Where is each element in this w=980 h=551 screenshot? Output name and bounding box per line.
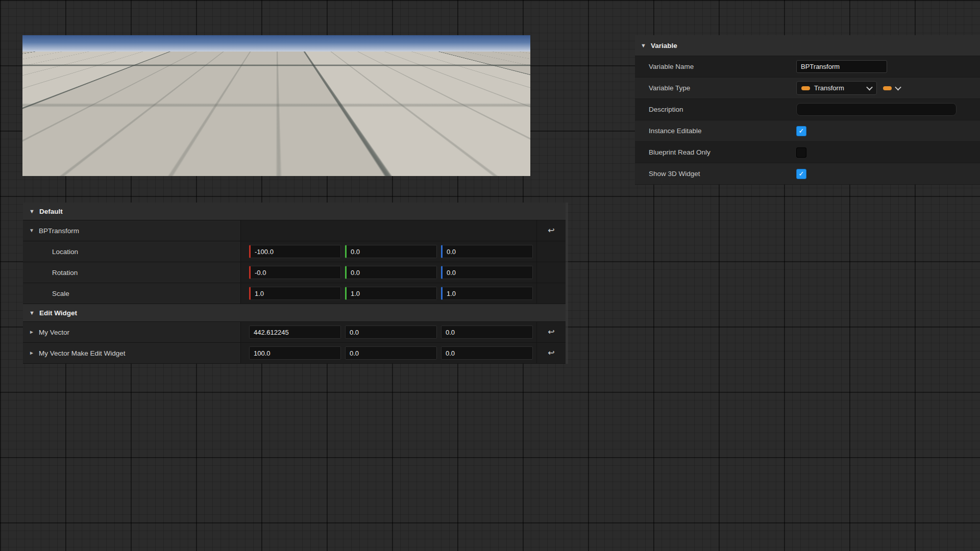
expand-arrow-icon[interactable]: ►	[29, 330, 34, 335]
location-x-input[interactable]	[249, 245, 341, 258]
my-vector-row: ► My Vector ↩	[23, 322, 566, 343]
blueprint-editor-canvas: { "icons": { "tri_down": "▼", "tri_right…	[0, 0, 980, 551]
my-vector-mew-x-input[interactable]	[249, 346, 341, 360]
location-row: Location	[23, 241, 566, 262]
edit-widget-category-header[interactable]: ▼ Edit Widget	[23, 304, 566, 322]
bptransform-property-labelcell[interactable]: ▼ BPTransform	[23, 220, 240, 241]
scale-z-input[interactable]	[441, 287, 533, 300]
description-label: Description	[635, 106, 796, 113]
bptransform-property-label: BPTransform	[39, 227, 79, 235]
reset-to-default-button[interactable]: ↩	[548, 227, 554, 235]
edit-widget-category-title: Edit Widget	[39, 309, 77, 317]
default-category-title: Default	[39, 208, 63, 215]
show-3d-widget-label: Show 3D Widget	[635, 170, 796, 178]
collapse-arrow-icon: ▼	[29, 310, 35, 316]
my-vector-make-edit-widget-label: My Vector Make Edit Widget	[39, 349, 126, 357]
variable-type-dropdown[interactable]: Transform	[796, 81, 877, 95]
expand-arrow-icon[interactable]: ▼	[29, 228, 34, 233]
reset-to-default-button[interactable]: ↩	[548, 349, 554, 357]
reset-to-default-button[interactable]: ↩	[548, 328, 554, 336]
bptransform-widget-wireframe[interactable]	[92, 102, 131, 145]
my-vector-labelcell[interactable]: ► My Vector	[23, 322, 240, 342]
gizmo-z-arrowhead	[266, 82, 272, 90]
defaults-details-panel: ▼ Default ▼ BPTransform ↩ Location Rotat…	[23, 203, 568, 364]
collapse-arrow-icon: ▼	[641, 43, 646, 48]
show-3d-widget-row: Show 3D Widget ✓	[635, 163, 980, 185]
container-type-selector[interactable]	[883, 86, 900, 90]
my-vector-label: My Vector	[39, 329, 69, 336]
chevron-down-icon	[866, 84, 873, 91]
rotation-label: Rotation	[23, 262, 240, 283]
blueprint-read-only-label: Blueprint Read Only	[635, 148, 796, 156]
instance-editable-checkbox[interactable]: ✓	[796, 126, 806, 136]
expand-arrow-icon[interactable]: ►	[29, 350, 34, 356]
variable-type-value: Transform	[814, 84, 863, 92]
location-label: Location	[23, 241, 240, 262]
instance-editable-label: Instance Editable	[635, 127, 796, 135]
variable-section-title: Variable	[651, 42, 677, 49]
scale-y-input[interactable]	[345, 287, 437, 300]
scale-label: Scale	[23, 283, 240, 304]
variable-name-row: Variable Name	[635, 56, 980, 78]
check-icon: ✓	[799, 170, 804, 178]
variable-type-label: Variable Type	[635, 84, 796, 92]
instance-editable-row: Instance Editable ✓	[635, 120, 980, 142]
description-input[interactable]	[796, 103, 957, 116]
3d-viewport-preview: BPTransform MyVector_MakeEditWidget	[22, 35, 530, 176]
scale-x-input[interactable]	[249, 287, 341, 300]
description-row: Description	[635, 99, 980, 120]
variable-type-row: Variable Type Transform	[635, 78, 980, 99]
my-vector-z-input[interactable]	[441, 325, 533, 339]
my-vector-mew-z-input[interactable]	[441, 346, 533, 360]
variable-name-input[interactable]	[796, 60, 887, 73]
container-type-chevron-icon	[895, 84, 901, 91]
location-z-input[interactable]	[441, 245, 533, 258]
container-type-pill-icon	[883, 86, 892, 90]
rotation-row: Rotation	[23, 262, 566, 283]
location-y-input[interactable]	[345, 245, 437, 258]
my-vector-mew-y-input[interactable]	[345, 346, 437, 360]
my-vector-make-edit-widget-labelcell[interactable]: ► My Vector Make Edit Widget	[23, 343, 240, 363]
gizmo-x-arrowhead	[302, 118, 311, 126]
my-vector-make-edit-widget-row: ► My Vector Make Edit Widget ↩	[23, 343, 566, 364]
scale-row: Scale	[23, 283, 566, 304]
variable-section-header[interactable]: ▼ Variable	[635, 35, 980, 56]
rotation-x-input[interactable]	[249, 266, 341, 279]
viewport-gizmo-overlay: BPTransform MyVector_MakeEditWidget	[22, 35, 530, 176]
collapse-arrow-icon: ▼	[29, 209, 35, 214]
rotation-y-input[interactable]	[345, 266, 437, 279]
transform-type-pill-icon	[801, 86, 810, 90]
bptransform-value-area	[240, 220, 536, 241]
show-3d-widget-checkbox[interactable]: ✓	[796, 169, 806, 179]
my-vector-x-input[interactable]	[249, 325, 341, 339]
myvector-makeeditwidget-label: MyVector_MakeEditWidget	[425, 120, 502, 128]
check-icon: ✓	[799, 127, 804, 135]
bptransform-label: BPTransform	[109, 130, 146, 137]
bptransform-property-row: ▼ BPTransform ↩	[23, 220, 566, 241]
variable-details-panel: ▼ Variable Variable Name Variable Type T…	[635, 35, 980, 185]
my-vector-y-input[interactable]	[345, 325, 437, 339]
blueprint-read-only-checkbox[interactable]	[796, 147, 806, 158]
default-category-header[interactable]: ▼ Default	[23, 203, 566, 220]
rotation-z-input[interactable]	[441, 266, 533, 279]
variable-name-label: Variable Name	[635, 63, 796, 70]
blueprint-read-only-row: Blueprint Read Only	[635, 142, 980, 163]
